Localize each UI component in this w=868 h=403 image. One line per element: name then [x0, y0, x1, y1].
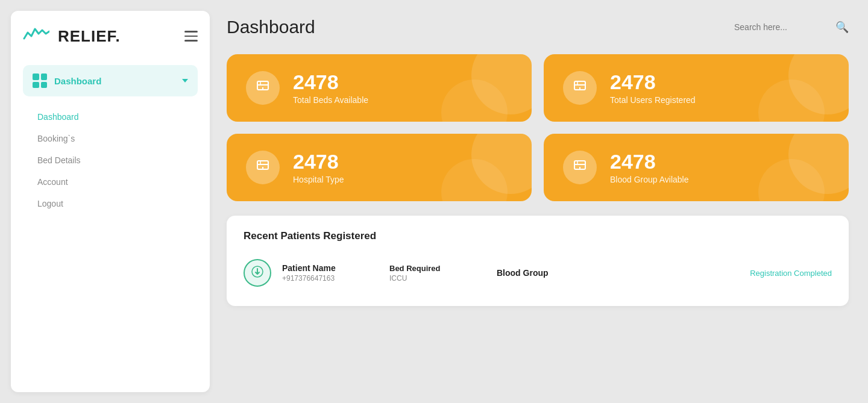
stat-icon-circle-beds: [246, 71, 280, 105]
stat-label-blood: Blood Group Avilable: [610, 175, 689, 184]
search-input[interactable]: [734, 22, 831, 32]
stat-icon-circle-blood: [563, 151, 597, 184]
stat-number-beds: 2478: [293, 72, 368, 92]
stat-label-users: Total Users Registered: [610, 95, 696, 105]
logo-area: RELIEF.: [23, 25, 198, 47]
stat-info-blood: 2478 Blood Group Avilable: [610, 151, 689, 184]
stat-label-beds: Total Beds Available: [293, 95, 368, 105]
sidebar-dashboard-label: Dashboard: [54, 76, 175, 86]
patient-phone: +917376647163: [282, 274, 379, 283]
logo-icon: [23, 25, 49, 47]
sidebar-item-logout[interactable]: Logout: [33, 193, 198, 214]
patient-bed-label: Bed Required: [389, 264, 486, 273]
stat-number-blood: 2478: [610, 151, 689, 172]
stat-number-users: 2478: [610, 72, 696, 92]
patient-bed-col: Bed Required ICCU: [389, 264, 486, 283]
stat-card-hospital: 2478 Hospital Type: [227, 134, 532, 201]
sidebar-item-dashboard[interactable]: Dashboard: [33, 106, 198, 128]
main-content: Dashboard 🔍 2478 T: [210, 0, 868, 403]
patient-bed-value: ICCU: [389, 274, 486, 283]
stat-card-blood: 2478 Blood Group Avilable: [544, 134, 849, 201]
dashboard-grid-icon: [33, 73, 47, 88]
blood-icon: [573, 158, 587, 177]
search-icon[interactable]: 🔍: [835, 20, 849, 34]
stat-info-beds: 2478 Total Beds Available: [293, 72, 368, 105]
stat-icon-circle-hospital: [246, 151, 280, 184]
sidebar-item-dashboard-parent[interactable]: Dashboard: [23, 65, 198, 96]
stat-card-users: 2478 Total Users Registered: [544, 54, 849, 122]
patient-name-col: Patient Name +917376647163: [282, 263, 379, 283]
patient-blood-group: Blood Group: [497, 268, 569, 278]
stat-info-users: 2478 Total Users Registered: [610, 72, 696, 105]
avatar: [244, 259, 271, 287]
sidebar-item-bed-details[interactable]: Bed Details: [33, 149, 198, 171]
table-row: Patient Name +917376647163 Bed Required …: [244, 254, 832, 292]
patient-name: Patient Name: [282, 263, 379, 273]
patient-status: Registration Completed: [750, 269, 832, 278]
sidebar-item-bookings[interactable]: Booking`s: [33, 128, 198, 149]
chevron-down-icon: [182, 79, 188, 83]
nav-section: Dashboard Dashboard Booking`s Bed Detail…: [23, 65, 198, 214]
beds-icon: [256, 79, 270, 97]
recent-patients-section: Recent Patients Registered Patient Name …: [227, 216, 849, 306]
stats-grid: 2478 Total Beds Available 2478 T: [227, 54, 849, 201]
app-name: RELIEF.: [58, 27, 121, 46]
sidebar-item-account[interactable]: Account: [33, 171, 198, 193]
patient-blood-col: Blood Group: [497, 268, 569, 278]
recent-patients-title: Recent Patients Registered: [244, 230, 832, 242]
page-title: Dashboard: [227, 17, 315, 37]
stat-card-beds: 2478 Total Beds Available: [227, 54, 532, 122]
header: Dashboard 🔍: [227, 17, 849, 37]
hamburger-icon[interactable]: [184, 31, 198, 42]
hospital-icon: [256, 158, 270, 177]
stat-number-hospital: 2478: [293, 151, 344, 172]
sidebar-sub-items: Dashboard Booking`s Bed Details Account …: [23, 106, 198, 214]
stat-icon-circle-users: [563, 71, 597, 105]
download-icon: [251, 266, 263, 281]
stat-label-hospital: Hospital Type: [293, 175, 344, 184]
users-icon: [573, 79, 587, 97]
sidebar: RELIEF. Dashboard Dashboard Booking`s Be…: [11, 11, 210, 392]
search-area: 🔍: [734, 20, 849, 34]
stat-info-hospital: 2478 Hospital Type: [293, 151, 344, 184]
